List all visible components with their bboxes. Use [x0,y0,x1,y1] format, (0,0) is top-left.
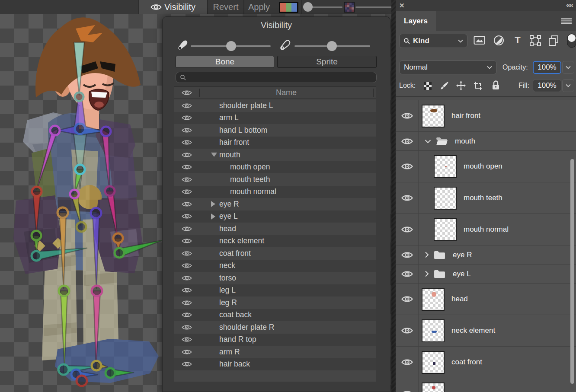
visibility-row[interactable]: hand L bottom [174,124,376,137]
toolbar-slider-knob[interactable] [303,2,313,12]
layer-thumbnail[interactable] [422,105,445,127]
filter-adjustment-icon[interactable] [493,35,504,46]
lock-transparency-icon[interactable] [423,82,432,90]
visibility-row[interactable]: arm L [174,112,376,124]
panel-menu-icon[interactable] [561,17,572,24]
bone-slider-knob[interactable] [226,41,236,51]
layer-group-row[interactable]: eye R [396,245,576,265]
eye-visible-icon[interactable] [182,312,193,318]
layer-thumbnail[interactable] [422,319,445,342]
eye-visible-icon[interactable] [182,324,193,331]
fill-field[interactable]: 100% [533,79,561,92]
layer-visibility-toggle[interactable] [396,132,419,150]
layer-row[interactable]: coat front [396,347,576,378]
eye-visible-icon[interactable] [182,250,193,257]
eye-visible-icon[interactable] [182,336,193,343]
visibility-row[interactable]: shoulder plate L [174,99,376,112]
opacity-field[interactable]: 100% [533,61,561,74]
eye-visible-icon[interactable] [182,152,193,158]
layer-group-row[interactable]: eye L [396,265,576,284]
tab-bone[interactable]: Bone [176,56,274,68]
disclosure-triangle[interactable] [211,201,219,207]
visibility-row[interactable]: head [174,223,376,235]
visibility-row[interactable]: coat back [174,309,376,322]
collapse-panel-icon[interactable]: «« [566,1,573,10]
layer-name[interactable]: mouth open [464,162,502,171]
filter-type-icon[interactable]: T [512,35,523,45]
tab-layers[interactable]: Layers [396,11,436,31]
visibility-row[interactable]: eye L [174,210,376,223]
eye-visible-icon[interactable] [182,262,193,269]
layers-scrollbar-thumb[interactable] [570,159,574,384]
visibility-tool-button[interactable]: Visibility [138,0,208,14]
chevron-right-icon[interactable] [425,271,429,277]
disclosure-triangle[interactable] [211,153,219,157]
tab-sprite[interactable]: Sprite [277,56,377,68]
layer-row[interactable]: neck element [396,315,576,347]
layer-row[interactable]: hair front [396,100,576,132]
layer-visibility-toggle[interactable] [396,284,419,315]
close-icon[interactable]: ✕ [399,2,405,10]
layer-name[interactable]: mouth normal [464,225,509,234]
visibility-row[interactable]: leg R [174,296,376,309]
visibility-row[interactable]: torso [174,272,376,284]
layer-visibility-toggle[interactable] [396,182,419,214]
layer-visibility-toggle[interactable] [396,151,419,182]
layer-thumbnail[interactable] [422,351,445,374]
layer-visibility-toggle[interactable] [396,245,419,264]
layer-name[interactable]: eye L [453,270,471,278]
visibility-row[interactable]: hair front [174,137,376,149]
layer-row[interactable] [396,378,576,392]
filter-shape-icon[interactable] [530,35,541,46]
chevron-right-icon[interactable] [425,252,429,258]
visibility-row[interactable]: leg L [174,284,376,297]
layer-visibility-toggle[interactable] [396,214,419,245]
pattern-swatch[interactable] [345,3,354,12]
layer-name[interactable]: eye R [453,251,472,259]
kind-filter-dropdown[interactable]: Kind [399,34,467,48]
eye-visible-icon[interactable] [182,226,193,232]
layer-visibility-toggle[interactable] [396,100,419,131]
eye-visible-icon[interactable] [182,164,193,170]
apply-button[interactable]: Apply [244,0,274,14]
lock-artboard-icon[interactable] [474,81,484,90]
visibility-row[interactable]: mouth teeth [174,173,376,186]
color-swatch-button[interactable] [279,2,298,13]
search-input[interactable] [189,73,365,82]
layer-name[interactable]: neck element [451,326,495,335]
eye-visible-icon[interactable] [182,139,193,146]
layer-thumbnail[interactable] [434,187,457,210]
eye-visible-icon[interactable] [182,287,193,293]
eye-visible-icon[interactable] [182,361,193,367]
visibility-row[interactable]: coat front [174,247,376,260]
search-box[interactable] [176,72,377,83]
toolbar-slider2-track[interactable] [355,6,392,8]
eye-visible-icon[interactable] [182,300,193,306]
eye-visible-icon[interactable] [182,115,193,121]
visibility-row[interactable]: neck element [174,235,376,248]
lock-pixels-brush-icon[interactable] [440,81,449,90]
eye-visible-icon[interactable] [182,213,193,220]
eye-visible-icon[interactable] [182,238,193,244]
layer-thumbnail[interactable] [434,155,457,178]
layer-group-row[interactable]: mouth [396,132,576,151]
eye-visible-icon[interactable] [182,102,193,109]
lock-position-move-icon[interactable] [456,81,466,90]
layer-name[interactable]: mouth teeth [464,194,502,202]
revert-button[interactable]: Revert [208,0,244,14]
filter-smart-object-icon[interactable] [548,35,559,46]
layer-row[interactable]: head [396,284,576,315]
eye-visible-icon[interactable] [182,188,193,195]
disclosure-triangle[interactable] [211,214,219,220]
layer-visibility-toggle[interactable] [396,315,419,346]
eye-visible-icon[interactable] [182,176,193,183]
layer-thumbnail[interactable] [422,288,445,311]
chevron-down-icon[interactable] [425,139,431,143]
lock-all-padlock-icon[interactable] [492,80,500,90]
visibility-row[interactable]: arm R [174,346,376,358]
sprite-slider-knob[interactable] [327,41,337,51]
layer-visibility-toggle[interactable] [396,265,419,283]
toolbar-slider-track[interactable] [308,6,342,8]
opacity-dropdown-button[interactable] [562,61,574,74]
layer-row[interactable]: mouth teeth [396,182,576,214]
